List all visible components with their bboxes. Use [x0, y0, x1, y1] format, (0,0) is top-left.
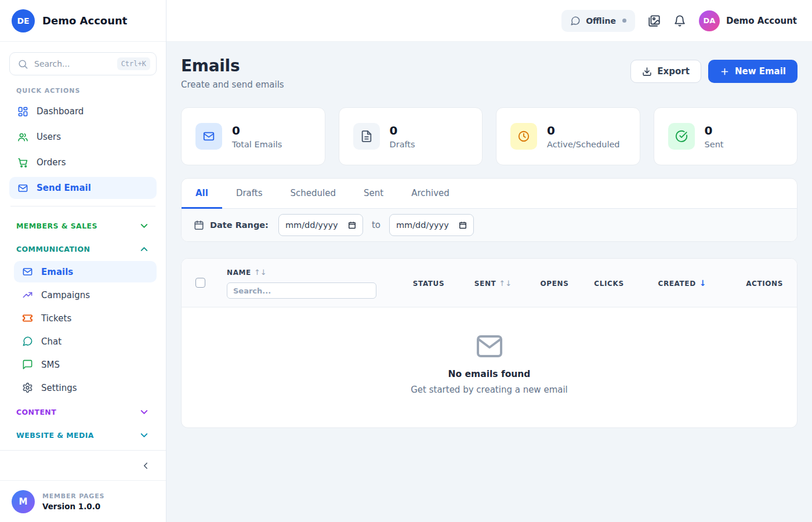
- avatar-initial: M: [19, 496, 28, 507]
- sidebar-item-label: Settings: [41, 383, 77, 393]
- section-members-sales[interactable]: MEMBERS & SALES: [9, 215, 157, 237]
- stat-card-active-scheduled: 0 Active/Scheduled: [496, 107, 640, 165]
- date-from-input[interactable]: mm/dd/yyyy: [278, 214, 363, 236]
- chevron-up-icon: [139, 244, 150, 255]
- check-circle-icon: [668, 123, 695, 150]
- file-text-icon: [353, 123, 380, 150]
- column-opens: OPENS: [541, 280, 569, 288]
- export-label: Export: [657, 66, 690, 77]
- sidebar-item-settings[interactable]: Settings: [14, 377, 157, 398]
- column-actions: ACTIONS: [746, 280, 783, 288]
- section-communication[interactable]: COMMUNICATION: [9, 238, 157, 260]
- sidebar-item-label: SMS: [41, 360, 60, 370]
- gallery-button[interactable]: [648, 14, 661, 27]
- column-created: CREATED: [658, 280, 696, 288]
- stat-card-drafts: 0 Drafts: [339, 107, 483, 165]
- sidebar-footer: M MEMBER PAGES Version 1.0.0: [0, 480, 166, 522]
- chat-bubble-icon: [22, 336, 33, 347]
- empty-state-subtitle: Get started by creating a new email: [411, 385, 568, 395]
- section-website-media[interactable]: WEBSITE & MEDIA: [9, 424, 157, 446]
- sidebar-item-campaigns[interactable]: Campaigns: [14, 284, 157, 306]
- topbar: Offline DA Demo Account: [166, 0, 812, 42]
- sort-desc-icon[interactable]: ↓: [699, 278, 706, 288]
- message-square-icon: [22, 359, 33, 370]
- page-header: Emails Create and send emails Export New…: [181, 56, 798, 90]
- sidebar-search[interactable]: Ctrl+K: [9, 52, 157, 75]
- sidebar-item-label: Users: [37, 132, 61, 142]
- select-all-checkbox[interactable]: [195, 278, 205, 288]
- sidebar-item-send-email[interactable]: Send Email: [9, 177, 157, 199]
- sidebar-brand: DE Demo Account: [0, 0, 166, 42]
- tab-all[interactable]: All: [182, 179, 222, 209]
- notifications-button[interactable]: [673, 14, 686, 27]
- chevron-down-icon: [139, 220, 150, 231]
- cart-icon: [17, 157, 28, 168]
- search-shortcut-badge: Ctrl+K: [117, 57, 150, 70]
- sidebar-item-label: Tickets: [41, 313, 71, 324]
- stat-card-sent: 0 Sent: [654, 107, 798, 165]
- tab-archived[interactable]: Archived: [397, 179, 463, 209]
- new-email-button[interactable]: New Email: [708, 60, 798, 83]
- tab-scheduled[interactable]: Scheduled: [277, 179, 350, 209]
- filters-panel: All Drafts Scheduled Sent Archived Date …: [181, 178, 798, 242]
- section-label: WEBSITE & MEDIA: [16, 431, 94, 440]
- date-range-to-label: to: [372, 220, 380, 230]
- mail-icon: [476, 334, 503, 358]
- page-content: Emails Create and send emails Export New…: [166, 42, 812, 522]
- sidebar-item-label: Orders: [37, 157, 66, 168]
- trending-up-icon: [22, 289, 33, 300]
- stat-label: Sent: [705, 140, 724, 149]
- sort-icon[interactable]: ↑↓: [254, 268, 267, 277]
- stat-value: 0: [232, 124, 282, 137]
- page-subtitle: Create and send emails: [181, 79, 284, 90]
- empty-state: No emails found Get started by creating …: [182, 307, 797, 427]
- sidebar-item-label: Campaigns: [41, 290, 90, 300]
- new-email-label: New Email: [735, 66, 786, 77]
- sidebar-item-tickets[interactable]: Tickets: [14, 307, 157, 329]
- stat-label: Drafts: [390, 140, 415, 149]
- section-content[interactable]: CONTENT: [9, 401, 157, 423]
- tab-sent[interactable]: Sent: [350, 179, 397, 209]
- status-badge: Offline: [561, 10, 635, 32]
- sidebar-collapse-button[interactable]: [140, 461, 151, 471]
- sort-icon[interactable]: ↑↓: [499, 279, 512, 288]
- main-area: Offline DA Demo Account Emails Create an…: [166, 0, 812, 522]
- sidebar-item-label: Chat: [41, 336, 61, 347]
- empty-state-title: No emails found: [448, 369, 531, 379]
- sidebar-item-sms[interactable]: SMS: [14, 354, 157, 375]
- footer-version: Version 1.0.0: [42, 502, 104, 511]
- stat-label: Active/Scheduled: [547, 140, 620, 149]
- sidebar-item-users[interactable]: Users: [9, 126, 157, 148]
- export-button[interactable]: Export: [630, 60, 701, 83]
- footer-org-label: MEMBER PAGES: [42, 492, 104, 500]
- tab-drafts[interactable]: Drafts: [222, 179, 277, 209]
- brand-logo: DE: [12, 9, 35, 32]
- sidebar-item-orders[interactable]: Orders: [9, 151, 157, 173]
- sidebar-item-dashboard[interactable]: Dashboard: [9, 100, 157, 122]
- divider: [10, 206, 155, 206]
- account-menu[interactable]: DA Demo Account: [699, 10, 797, 31]
- chevron-down-icon: [139, 407, 150, 418]
- chevron-left-icon: [140, 461, 151, 471]
- account-name: Demo Account: [726, 16, 797, 26]
- bell-icon: [673, 14, 686, 27]
- date-to-input[interactable]: mm/dd/yyyy: [389, 214, 474, 236]
- brand-initials: DE: [17, 16, 29, 26]
- column-sent: SENT: [474, 280, 496, 288]
- name-search-input[interactable]: [227, 282, 376, 299]
- gallery-icon: [648, 14, 661, 27]
- column-name: NAME: [227, 269, 251, 277]
- quick-actions-label: QUICK ACTIONS: [16, 87, 150, 95]
- chat-bubble-icon: [570, 16, 581, 26]
- section-label: CONTENT: [16, 408, 56, 416]
- sidebar-item-label: Dashboard: [37, 106, 84, 117]
- date-range-label: Date Range:: [210, 220, 269, 230]
- communication-submenu: Emails Campaigns Tickets Chat SMS Settin…: [9, 261, 157, 398]
- sidebar-item-chat[interactable]: Chat: [14, 331, 157, 352]
- sidebar-item-emails[interactable]: Emails: [14, 261, 157, 282]
- section-label: COMMUNICATION: [16, 245, 90, 253]
- download-icon: [642, 67, 652, 77]
- mail-icon: [22, 266, 33, 277]
- column-status: STATUS: [413, 280, 444, 288]
- search-input[interactable]: [34, 59, 111, 68]
